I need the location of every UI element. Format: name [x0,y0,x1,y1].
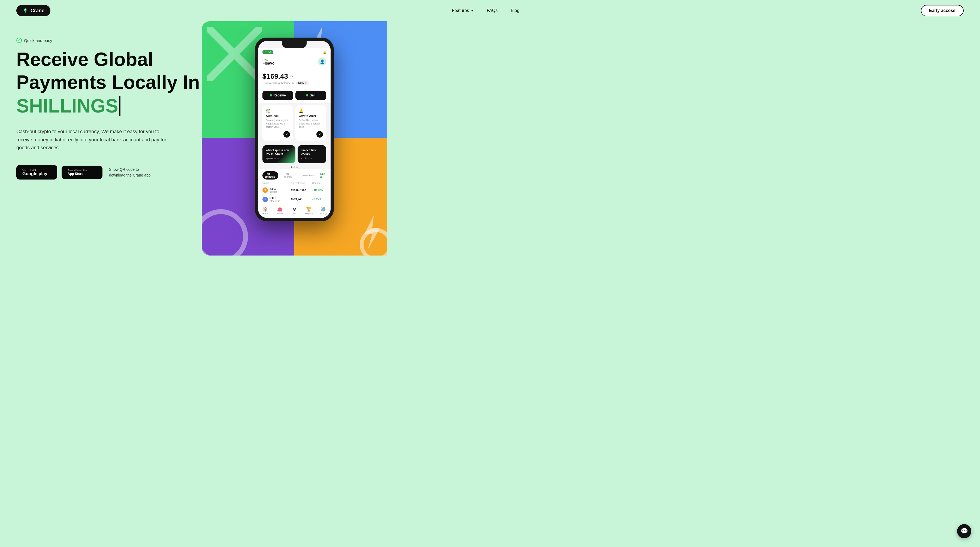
dot-indicator-2 [294,167,295,168]
hero-title-green: SHILLINGS [16,95,202,117]
google-play-button[interactable]: GET IT ON Google play [16,165,57,180]
dot-indicator-1 [291,167,293,168]
sell-icon: ⊙ [293,207,296,211]
limited-avatars-link[interactable]: Explore → [301,157,323,160]
btc-name-col: ₿ BTC Bitcoin [262,187,291,193]
crypto-tabs: Top gainers Top losers Favourites See al… [258,169,331,181]
logo[interactable]: Crane [16,5,51,16]
receive-dot-icon [270,94,272,97]
wallet-icon: 👛 [277,207,283,211]
hero-title-line1: Receive Global [16,49,202,70]
app-balance-section: $169.43 〜 Estimated total balance in NGN… [258,69,331,89]
bottom-navigation: 🏠 Home 👛 Wallet ⊙ Sell 🏆 Rewards [258,204,331,218]
eth-price: ₦589,246 [291,198,312,201]
auto-sell-arrow-icon: ↗ [283,131,290,138]
navigation: Crane Features ▼ FAQs Blog Early access [0,0,980,21]
phone-status-bar: 🌿50 🔔 [258,48,331,55]
rewards-icon: 🏆 [306,207,312,211]
chat-icon: 💬 [961,528,968,535]
arrow-right-icon2: → [310,157,312,160]
table-row[interactable]: ₿ BTC Bitcoin ₦14,897,057 +10.15% [258,186,331,195]
svg-point-0 [25,9,26,10]
dot-indicator-3 [296,167,298,168]
store-buttons: GET IT ON Google play Available on the A… [16,165,202,180]
hero-section: ✓ Quick and easy Receive Global Payments… [0,21,980,245]
nav-item-sell[interactable]: ⊙ Sell [287,207,301,215]
balance-trend-icon: 〜 [290,74,294,79]
quick-easy-label: ✓ Quick and easy [16,38,202,43]
app-header: Hey, Fisayo 👤 [258,55,331,69]
nav-item-wallet[interactable]: 👛 Wallet [272,207,287,215]
app-store-main-label: App Store [68,172,97,176]
tab-top-losers[interactable]: Top losers [282,171,296,180]
crypto-alert-icon: 🔔 [299,109,323,113]
google-play-top-label: GET IT ON [22,169,51,171]
early-access-button[interactable]: Early access [921,5,964,16]
features-link[interactable]: Features ▼ [452,8,474,13]
tab-top-gainers[interactable]: Top gainers [262,171,278,180]
faqs-link[interactable]: FAQs [487,8,498,13]
table-row[interactable]: Ξ ETH Ethereum ₦589,246 +8.15% [258,195,331,204]
app-store-button[interactable]: Available on the App Store [62,165,102,179]
balance-label: Estimated total balance in NGN ▾ [262,81,326,85]
brand-name: Crane [30,8,45,14]
auto-sell-icon: 🌿 [266,109,290,113]
btc-price: ₦14,897,057 [291,189,312,191]
see-all-link[interactable]: See all [320,172,326,178]
app-avatar: 👤 [318,57,326,66]
tab-favourites[interactable]: Favourites [299,173,317,178]
phone-notch [282,41,307,48]
promo-banners: Wheel spin is now live on Crane Spin now… [258,143,331,165]
eth-icon: Ξ [262,197,268,202]
hero-description: Cash-out crypto to your local currency, … [16,128,174,152]
auto-sell-card[interactable]: 🌿 Auto-sell Auto sell your crypto when i… [262,105,293,141]
wheel-spin-link[interactable]: Spin now → [266,157,292,160]
cursor-blink [119,96,121,116]
nav-item-settings[interactable]: ⚙️ Settings [316,207,331,215]
action-buttons: Receive Sell [258,89,331,103]
crane-logo-icon [22,8,29,14]
hero-title: Receive Global Payments Locally In SHILL… [16,49,202,117]
crypto-alert-card[interactable]: 🔔 Crypto Alert Get notified when crypto … [296,105,326,141]
eth-name-col: Ξ ETH Ethereum [262,196,291,202]
nav-item-rewards[interactable]: 🏆 Rewards [302,207,316,215]
hero-title-line2: Payments Locally In [16,72,202,92]
phone-mockup: 🌿50 🔔 Hey, Fisayo 👤 [255,38,334,221]
hero-right: 🌿50 🔔 Hey, Fisayo 👤 [202,32,387,245]
check-icon: ✓ [16,38,22,43]
app-user-info: Hey, Fisayo [262,58,274,65]
sell-button[interactable]: Sell [296,91,326,100]
status-badge-points: 🌿50 [262,50,274,54]
nav-links: Features ▼ FAQs Blog [452,8,519,13]
crypto-table-header: Name Current price N Change [258,181,331,186]
chat-fab-button[interactable]: 💬 [957,524,971,538]
settings-icon: ⚙️ [320,207,326,211]
arrow-right-icon: → [277,157,279,160]
btc-change: +10.15% [312,189,326,191]
eth-change: +8.15% [312,198,326,201]
sell-dot-icon [306,94,308,97]
feature-cards: 🌿 Auto-sell Auto sell your crypto when i… [258,103,331,143]
notification-icon: 🔔 [323,51,326,54]
eth-info: ETH Ethereum [269,196,280,202]
currency-chevron-icon: ▾ [305,82,307,85]
status-icons: 🔔 [323,51,326,54]
currency-badge[interactable]: NGN ▾ [296,81,309,85]
phone-screen: 🌿50 🔔 Hey, Fisayo 👤 [258,41,331,218]
btc-info: BTC Bitcoin [269,187,277,193]
receive-button[interactable]: Receive [262,91,293,100]
promo-dots [258,165,331,169]
app-store-top-label: Available on the [68,169,97,172]
wheel-spin-banner[interactable]: Wheel spin is now live on Crane Spin now… [262,145,296,163]
home-icon: 🏠 [263,207,268,211]
blog-link[interactable]: Blog [511,8,519,13]
hero-left: ✓ Quick and easy Receive Global Payments… [16,32,202,180]
google-play-main-label: Google play [22,171,51,176]
app-balance: $169.43 〜 [262,72,326,81]
limited-avatars-banner[interactable]: Limited time avatars Explore → [298,145,326,163]
btc-icon: ₿ [262,188,268,193]
chevron-down-icon: ▼ [471,9,474,12]
qr-code-link[interactable]: Show QR code to download the Crane app [109,167,151,178]
nav-item-home[interactable]: 🏠 Home [258,207,272,215]
crypto-alert-arrow-icon: ↗ [317,131,323,138]
